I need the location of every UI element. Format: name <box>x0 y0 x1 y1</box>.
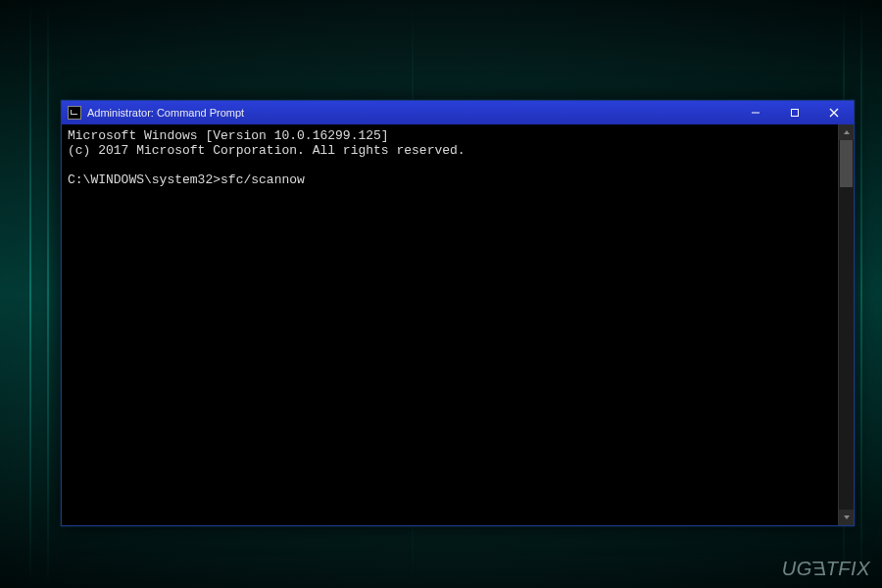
command-input[interactable]: sfc/scannow <box>220 172 305 187</box>
vertical-scrollbar[interactable] <box>838 124 854 525</box>
command-prompt-window: Administrator: Command Prompt Microsoft … <box>61 100 855 526</box>
output-line: (c) 2017 Microsoft Corporation. All righ… <box>68 143 466 158</box>
svg-marker-4 <box>844 130 850 134</box>
svg-rect-1 <box>792 110 799 117</box>
titlebar[interactable]: Administrator: Command Prompt <box>62 101 854 124</box>
terminal-output[interactable]: Microsoft Windows [Version 10.0.16299.12… <box>62 124 838 525</box>
maximize-button[interactable] <box>775 101 814 124</box>
chevron-down-icon <box>843 514 851 521</box>
scroll-up-button[interactable] <box>839 124 854 140</box>
chevron-up-icon <box>843 128 851 136</box>
scroll-thumb[interactable] <box>840 140 853 187</box>
scroll-down-button[interactable] <box>839 510 854 525</box>
svg-marker-5 <box>844 515 850 519</box>
terminal-body: Microsoft Windows [Version 10.0.16299.12… <box>62 124 854 525</box>
close-button[interactable] <box>814 101 854 124</box>
minimize-button[interactable] <box>736 101 775 124</box>
maximize-icon <box>790 108 800 118</box>
output-line: Microsoft Windows [Version 10.0.16299.12… <box>68 128 389 143</box>
watermark-e: E <box>812 558 826 580</box>
window-title: Administrator: Command Prompt <box>87 107 736 119</box>
close-icon <box>829 108 839 118</box>
cmd-icon <box>68 106 81 120</box>
watermark-prefix: UG <box>782 558 812 579</box>
prompt-path: C:\WINDOWS\system32> <box>68 172 220 187</box>
watermark-suffix: TFIX <box>826 558 870 579</box>
window-controls <box>736 101 854 124</box>
watermark-logo: UGETFIX <box>782 558 870 580</box>
minimize-icon <box>751 108 760 118</box>
